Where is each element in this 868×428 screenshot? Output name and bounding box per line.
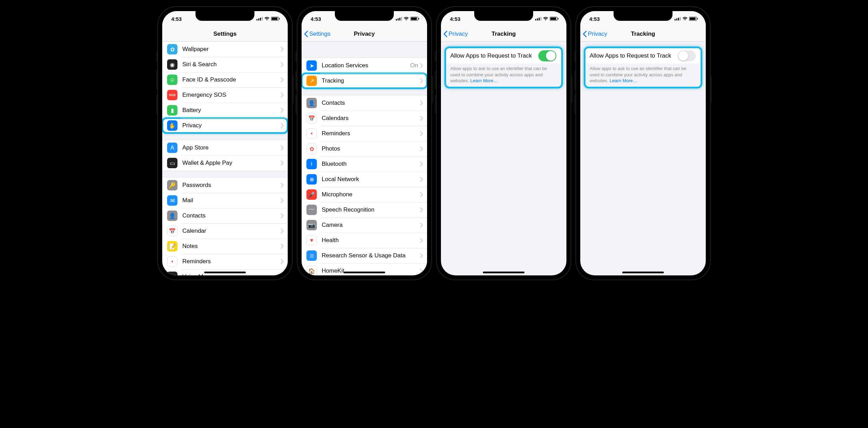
nav-bar: Privacy Tracking: [580, 26, 706, 42]
chevron-right-icon: [281, 198, 284, 203]
home-indicator[interactable]: [622, 272, 664, 273]
tracking-settings: Allow Apps to Request to Track Allow app…: [441, 42, 566, 275]
localnet-icon: ⊕: [306, 174, 317, 185]
settings-row[interactable]: ▭Wallet & Apple Pay: [162, 155, 288, 171]
settings-row[interactable]: 👤Contacts: [162, 208, 288, 223]
wifi-icon: [543, 16, 548, 22]
row-label: Emergency SOS: [182, 92, 281, 99]
settings-row[interactable]: AApp Store: [162, 140, 288, 155]
toggle-label: Allow Apps to Request to Track: [450, 52, 538, 59]
row-label: Voice Memos: [182, 273, 281, 275]
nav-bar: Settings: [162, 26, 288, 42]
reminders2-icon: •: [306, 128, 317, 139]
allow-tracking-toggle[interactable]: [538, 50, 556, 61]
status-time: 4:53: [171, 16, 182, 22]
back-label: Privacy: [588, 31, 607, 37]
chevron-right-icon: [420, 268, 423, 273]
settings-row[interactable]: 🔑Passwords: [162, 178, 288, 193]
settings-row[interactable]: 📷Camera: [302, 217, 427, 233]
tracking-highlight: Allow Apps to Request to Track Allow app…: [584, 46, 702, 88]
calendar-icon: 📅: [167, 226, 177, 236]
tracking-settings: Allow Apps to Request to Track Allow app…: [580, 42, 706, 275]
settings-row[interactable]: 🎤Microphone: [302, 187, 427, 202]
settings-row[interactable]: ✋Privacy: [162, 118, 288, 133]
allow-tracking-row[interactable]: Allow Apps to Request to Track: [446, 48, 561, 63]
settings-row[interactable]: ᚼBluetooth: [302, 156, 427, 172]
mail-icon: ✉: [167, 195, 177, 206]
settings-row[interactable]: ↗Tracking: [302, 73, 427, 88]
row-label: Passwords: [182, 182, 281, 189]
row-label: Microphone: [322, 191, 420, 198]
learn-more-link[interactable]: Learn More…: [470, 78, 498, 83]
chevron-right-icon: [420, 146, 423, 151]
tracking-footer: Allow apps to ask to use an identifier t…: [585, 63, 701, 87]
settings-row[interactable]: •Reminders: [162, 254, 288, 269]
settings-row[interactable]: SOSEmergency SOS: [162, 87, 288, 103]
chevron-right-icon: [281, 161, 284, 165]
back-button[interactable]: Privacy: [441, 31, 468, 37]
chevron-right-icon: [420, 162, 423, 166]
svg-rect-7: [550, 17, 556, 20]
settings-row[interactable]: ◉Siri & Search: [162, 57, 288, 72]
chevron-right-icon: [281, 93, 284, 97]
row-label: Privacy: [182, 122, 281, 129]
back-label: Settings: [309, 31, 330, 37]
row-label: Contacts: [322, 100, 420, 106]
settings-row[interactable]: •Reminders: [302, 126, 427, 141]
settings-row[interactable]: 📅Calendars: [302, 111, 427, 126]
siri-icon: ◉: [167, 59, 177, 70]
row-label: HomeKit: [322, 267, 420, 274]
settings-row[interactable]: 〰Speech Recognition: [302, 202, 427, 217]
chevron-right-icon: [281, 213, 284, 218]
home-indicator[interactable]: [344, 272, 385, 273]
chevron-right-icon: [420, 116, 423, 121]
wifi-icon: [264, 16, 270, 22]
row-label: Local Network: [322, 176, 420, 183]
row-label: Photos: [322, 145, 420, 152]
row-label: Contacts: [182, 212, 281, 219]
wifi-icon: [403, 16, 409, 22]
privacy-list[interactable]: ➤Location ServicesOn↗Tracking👤Contacts📅C…: [302, 42, 427, 275]
chevron-right-icon: [420, 192, 423, 197]
chevron-right-icon: [281, 145, 284, 150]
settings-row[interactable]: 👤Contacts: [302, 95, 427, 111]
home-indicator[interactable]: [204, 272, 246, 273]
settings-row[interactable]: ☺Face ID & Passcode: [162, 72, 288, 87]
chevron-right-icon: [420, 238, 423, 243]
row-label: Research Sensor & Usage Data: [322, 252, 420, 259]
phone-4: 4:53 Privacy Tracking Allow Apps to Requ…: [575, 6, 711, 280]
home-indicator[interactable]: [483, 272, 524, 273]
passwords-icon: 🔑: [167, 180, 177, 190]
settings-row[interactable]: ➤Location ServicesOn: [302, 58, 427, 73]
cellular-icon: [396, 17, 402, 20]
nav-bar: Privacy Tracking: [441, 26, 566, 42]
microphone-icon: 🎤: [306, 189, 317, 200]
settings-row[interactable]: 📝Notes: [162, 239, 288, 254]
svg-rect-1: [272, 17, 278, 20]
back-button[interactable]: Privacy: [580, 31, 607, 37]
settings-row[interactable]: ≣Research Sensor & Usage Data: [302, 248, 427, 263]
calendars-icon: 📅: [306, 113, 317, 123]
settings-row[interactable]: 📅Calendar: [162, 223, 288, 239]
settings-row[interactable]: ✿Photos: [302, 141, 427, 156]
allow-tracking-toggle[interactable]: [678, 50, 696, 61]
settings-row[interactable]: ✿Wallpaper: [162, 42, 288, 57]
chevron-right-icon: [420, 63, 423, 68]
settings-list[interactable]: ✿Wallpaper◉Siri & Search☺Face ID & Passc…: [162, 42, 288, 275]
chevron-right-icon: [420, 223, 423, 228]
settings-row[interactable]: ✉Mail: [162, 193, 288, 208]
learn-more-link[interactable]: Learn More…: [610, 78, 637, 83]
settings-row[interactable]: ⊕Local Network: [302, 172, 427, 187]
chevron-right-icon: [420, 78, 423, 83]
chevron-right-icon: [281, 123, 284, 128]
chevron-right-icon: [420, 101, 423, 105]
health-icon: ♥: [306, 235, 317, 246]
back-button[interactable]: Settings: [302, 31, 330, 37]
chevron-right-icon: [281, 259, 284, 264]
location-icon: ➤: [306, 60, 317, 71]
settings-row[interactable]: 🏠HomeKit: [302, 263, 427, 275]
settings-row[interactable]: ▮Battery: [162, 103, 288, 118]
row-label: App Store: [182, 144, 281, 151]
settings-row[interactable]: ♥Health: [302, 233, 427, 248]
allow-tracking-row[interactable]: Allow Apps to Request to Track: [585, 48, 701, 63]
